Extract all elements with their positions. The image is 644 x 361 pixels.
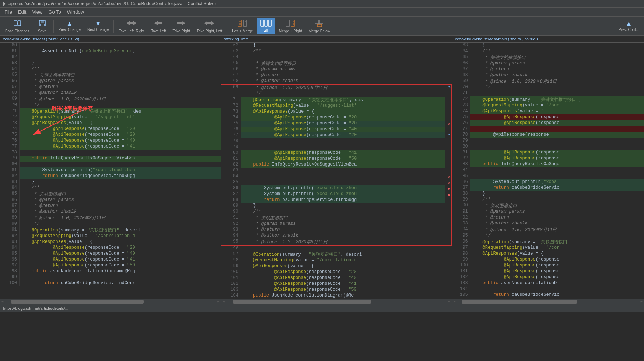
line-code: @Operation(summary = "关联图谱接口", descri bbox=[19, 227, 221, 233]
line-code bbox=[470, 91, 644, 96]
line-code bbox=[241, 54, 445, 60]
line-num: 87 bbox=[221, 191, 241, 197]
middle-pane: Working Tree 62 } 63 /** 64 65 * 关键文档推荐接… bbox=[221, 36, 452, 304]
line-num: 67 bbox=[221, 72, 241, 78]
merge-below-icon bbox=[315, 19, 324, 28]
line-code: public InfoQueryResult<OaSuggestViewBea bbox=[241, 162, 445, 168]
middle-pane-content[interactable]: 62 } 63 /** 64 65 * 关键文档推荐接口 66 * @param… bbox=[221, 43, 451, 299]
left-scroll-arrow-right[interactable]: ▶ bbox=[217, 300, 219, 304]
gutter bbox=[445, 91, 451, 97]
table-row: 84 /** bbox=[0, 185, 221, 191]
middle-scroll-arrow-right[interactable]: ▶ bbox=[448, 300, 450, 304]
merge-right-icon bbox=[286, 19, 295, 28]
table-row: 68 * @author zhaolk bbox=[0, 90, 221, 96]
gutter: ✕ bbox=[445, 185, 451, 191]
line-code bbox=[19, 150, 221, 156]
table-row: 82 return oaCubeBridgeService.findSugg bbox=[0, 173, 221, 179]
all-button[interactable]: All bbox=[257, 18, 275, 34]
merge-left-btn[interactable]: « bbox=[448, 85, 451, 89]
middle-scrollbar-thumb bbox=[233, 300, 371, 304]
right-scrollbar[interactable]: ◀ ▶ bbox=[452, 299, 644, 304]
right-scroll-arrow-right[interactable]: ▶ bbox=[641, 300, 643, 304]
line-code: @ApiResponse(response bbox=[470, 156, 644, 162]
middle-scroll-arrow-left[interactable]: ◀ bbox=[223, 300, 224, 304]
prev-change-button[interactable]: ▲ Prev. Change bbox=[56, 18, 84, 34]
middle-scrollbar[interactable]: ◀ ▶ bbox=[221, 299, 451, 304]
left-pane-title: xcoa-cloud-zhoufei-test ("ours", cbc9185… bbox=[3, 37, 79, 41]
line-code: * @return bbox=[241, 72, 445, 78]
right-pane-content[interactable]: 63 } 64 /** 65 * 关键文档推荐接口 66 * @param pa… bbox=[452, 43, 644, 299]
take-left-button[interactable]: Take Left bbox=[148, 18, 169, 34]
menu-window[interactable]: Window bbox=[64, 8, 87, 15]
table-row: 94 * @since 1.0, 2020年8月11日 bbox=[452, 227, 644, 233]
merge-right-button[interactable]: Merge + Right bbox=[276, 18, 305, 34]
table-row: 62 } bbox=[221, 43, 451, 49]
gutter bbox=[445, 281, 451, 287]
line-num: 67 bbox=[0, 84, 19, 90]
table-row: 74 @ApiResponses(value = { bbox=[452, 109, 644, 114]
table-row: 67 * @return bbox=[0, 84, 221, 90]
left-pane-header: xcoa-cloud-zhoufei-test ("ours", cbc9185… bbox=[0, 36, 221, 43]
line-code: @ApiResponse(responseCode = "20 bbox=[19, 132, 221, 138]
table-row: 104 bbox=[452, 286, 644, 292]
line-code: @Operation(summary = "关键文档推荐接口", bbox=[470, 96, 644, 103]
line-code: @ApiResponse(responseCode = "40 bbox=[241, 127, 445, 132]
gutter bbox=[445, 263, 451, 269]
table-row: 87 return oaCubeBridgeServic bbox=[452, 185, 644, 191]
table-row: 76 @ApiResponse(responseCode = "40 bbox=[0, 138, 221, 144]
line-code: return oaCubeBridgeService.findSugg bbox=[19, 173, 221, 179]
line-code: @RequestMapping(value = "/correlation-d bbox=[19, 233, 221, 239]
merge-below-button[interactable]: Merge Below bbox=[306, 18, 333, 34]
line-code bbox=[241, 180, 445, 185]
table-row: 67 * @return bbox=[221, 72, 451, 78]
next-change-button[interactable]: ▼ Next Change bbox=[84, 18, 112, 34]
line-code: @ApiResponse(responseCode = "40 bbox=[19, 251, 221, 257]
save-button[interactable]: Save bbox=[33, 18, 52, 34]
left-merge-button[interactable]: Left + Merge bbox=[229, 18, 256, 34]
left-scroll-arrow-left[interactable]: ◀ bbox=[1, 300, 3, 304]
table-row: 81 @ApiResponse(response bbox=[452, 150, 644, 156]
take-right-label: Take Right bbox=[172, 29, 190, 33]
line-code: * @since 1.0, 2020年8月11日 bbox=[241, 84, 445, 91]
left-scrollbar[interactable]: ◀ ▶ bbox=[0, 299, 221, 304]
left-pane: xcoa-cloud-zhoufei-test ("ours", cbc9185… bbox=[0, 36, 221, 304]
take-right-button[interactable]: Take Right bbox=[169, 18, 193, 34]
table-row: 64 bbox=[221, 54, 451, 60]
line-num: 85 bbox=[452, 173, 470, 179]
take-right-left-button[interactable]: Take Right, Left bbox=[194, 18, 225, 34]
line-num: 65 bbox=[0, 72, 19, 78]
merge-left-77[interactable]: « bbox=[448, 133, 451, 137]
line-code: } bbox=[470, 191, 644, 197]
take-left-right-button[interactable]: Take Left, Right bbox=[116, 18, 147, 34]
table-row: 72 @Operation(summary = "关键文档推荐接口", bbox=[452, 96, 644, 103]
table-row: 81 @ApiResponse(responseCode = "50 bbox=[221, 156, 451, 162]
line-code: * 关键文档推荐接口 bbox=[470, 54, 644, 61]
line-code bbox=[19, 54, 221, 60]
line-code: @ApiResponse(responseCode = "41 bbox=[241, 150, 445, 156]
line-code: System.out.println("xcoa bbox=[470, 179, 644, 185]
line-code: @ApiResponse(responseCode = "50 bbox=[241, 287, 445, 293]
prev-cont-button[interactable]: ▲ Prev. Cont... bbox=[616, 18, 642, 34]
line-num: 92 bbox=[452, 215, 470, 221]
menu-file[interactable]: File bbox=[1, 8, 15, 15]
line-num: 95 bbox=[452, 233, 470, 239]
menu-edit[interactable]: Edit bbox=[15, 8, 29, 15]
line-code: * @author zhaolk bbox=[19, 209, 221, 215]
right-scroll-arrow-left[interactable]: ◀ bbox=[454, 300, 455, 304]
table-row: 96 @Operation(summary = "关联图谱接口 bbox=[452, 239, 644, 245]
base-changes-button[interactable]: Base Changes bbox=[2, 18, 32, 34]
left-pane-content[interactable]: 60 61 Assert.notNull(oaCubeBridgeService… bbox=[0, 43, 221, 299]
menu-goto[interactable]: Go To bbox=[45, 8, 64, 15]
line-num: 98 bbox=[0, 269, 19, 275]
line-code bbox=[241, 168, 445, 174]
gutter bbox=[445, 49, 451, 54]
line-num: 63 bbox=[452, 43, 470, 49]
line-code: * @author zhaolk bbox=[241, 78, 445, 84]
line-code: @Operation(summary = "关键文档推荐接口", des bbox=[19, 108, 221, 114]
gutter bbox=[445, 103, 451, 109]
table-row: 85 ✕ bbox=[221, 180, 451, 185]
menu-view[interactable]: View bbox=[29, 8, 45, 15]
line-code: @ApiResponses(value = { bbox=[241, 263, 445, 269]
table-row: 90 * 关联图谱接口 bbox=[452, 203, 644, 209]
line-code: System.out.println("xcoa-cloud-zhou bbox=[19, 167, 221, 173]
